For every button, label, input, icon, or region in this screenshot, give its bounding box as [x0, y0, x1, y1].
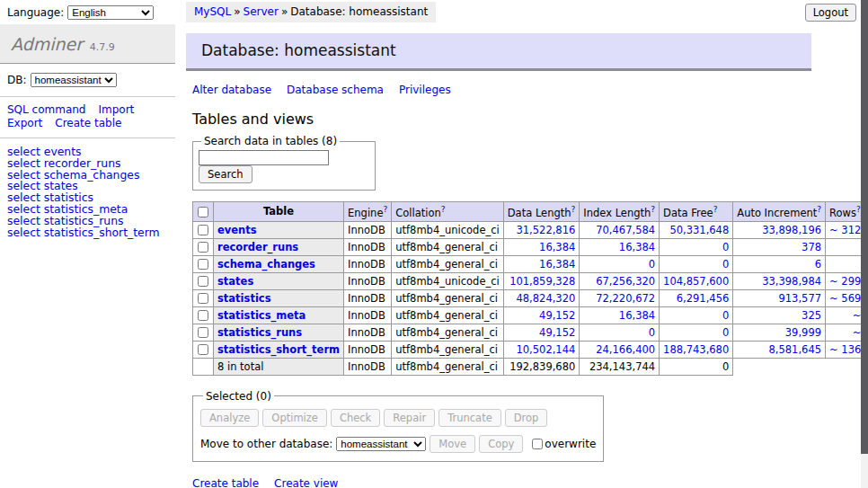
row-engine: InnoDB — [344, 272, 392, 289]
row-checkbox[interactable] — [198, 293, 208, 304]
table-name-link[interactable]: statistics_meta — [217, 309, 306, 322]
row-data-free: 50,331,648 — [660, 221, 733, 238]
row-data-length-link[interactable]: 10,502,144 — [516, 343, 575, 356]
sidebar-select-link[interactable]: select statistics_short_term — [7, 226, 160, 239]
breadcrumb-separator: » — [281, 5, 288, 18]
row-data-free-link[interactable]: 0 — [722, 258, 729, 271]
row-auto-increment-link[interactable]: 325 — [802, 309, 821, 322]
row-data-length-link[interactable]: 48,824,320 — [516, 292, 575, 305]
select-all-checkbox[interactable] — [198, 207, 208, 217]
row-data-length-link[interactable]: 16,384 — [539, 241, 575, 253]
create-table-link[interactable]: Create table — [192, 477, 259, 488]
row-data-free: 0 — [660, 306, 733, 324]
check-button[interactable]: Check — [331, 409, 380, 427]
row-index-length-link[interactable]: 70,467,584 — [596, 224, 655, 236]
row-index-length-link[interactable]: 24,166,400 — [596, 343, 655, 356]
row-engine: InnoDB — [344, 341, 392, 358]
help-link[interactable]: ? — [383, 205, 387, 214]
help-link[interactable]: ? — [441, 205, 446, 214]
sql-command-link[interactable]: SQL command — [7, 103, 85, 116]
overwrite-checkbox[interactable] — [532, 439, 543, 449]
row-data-free-link[interactable]: 50,331,648 — [669, 224, 729, 236]
truncate-button[interactable]: Truncate — [438, 409, 501, 427]
drop-button[interactable]: Drop — [505, 409, 548, 427]
row-checkbox[interactable] — [198, 344, 208, 355]
row-data-free-link[interactable]: 188,743,680 — [663, 343, 729, 356]
search-input[interactable] — [199, 150, 329, 165]
app-header: Adminer 4.7.9 — [0, 24, 175, 64]
db-select[interactable]: homeassistant — [31, 73, 117, 87]
search-button[interactable]: Search — [199, 165, 252, 183]
create-view-link[interactable]: Create view — [274, 477, 338, 488]
row-data-free-link[interactable]: 0 — [722, 326, 729, 339]
help-link[interactable]: ? — [817, 205, 821, 214]
row-data-length-link[interactable]: 31,522,816 — [516, 224, 575, 236]
row-index-length-link[interactable]: 0 — [649, 258, 655, 271]
row-auto-increment-link[interactable]: 378 — [802, 241, 821, 253]
table-name-link[interactable]: statistics — [217, 292, 271, 305]
table-name-link[interactable]: states — [217, 275, 253, 288]
help-link[interactable]: ? — [651, 205, 655, 214]
privileges-link[interactable]: Privileges — [399, 84, 451, 96]
row-auto-increment-link[interactable]: 913,577 — [778, 292, 821, 305]
breadcrumb-link-mysql[interactable]: MySQL — [194, 5, 231, 18]
language-select[interactable]: English — [67, 5, 154, 20]
row-index-length-link[interactable]: 16,384 — [619, 241, 655, 253]
table-name-cell: statistics_short_term — [214, 341, 344, 358]
help-link[interactable]: ? — [571, 205, 576, 214]
export-link[interactable]: Export — [7, 117, 42, 129]
table-name-link[interactable]: schema_changes — [217, 258, 315, 271]
total-engine: InnoDB — [344, 358, 392, 375]
overwrite-label: overwrite — [545, 438, 596, 450]
row-data-length-link[interactable]: 49,152 — [539, 309, 575, 322]
logout-button[interactable]: Logout — [805, 4, 856, 22]
import-link[interactable]: Import — [98, 103, 134, 116]
row-auto-increment-link[interactable]: 8,581,645 — [769, 343, 822, 356]
row-data-length-link[interactable]: 16,384 — [539, 258, 575, 271]
row-engine: InnoDB — [344, 238, 392, 255]
row-collation: utf8mb4_general_ci — [392, 324, 504, 341]
selected-legend: Selected (0) — [203, 390, 274, 403]
row-checkbox[interactable] — [198, 242, 208, 253]
scrollbar-thumb[interactable] — [861, 0, 868, 454]
create-table-link-sidebar[interactable]: Create table — [55, 117, 121, 129]
repair-button[interactable]: Repair — [384, 409, 435, 427]
help-link[interactable]: ? — [713, 205, 718, 214]
row-data-length-link[interactable]: 101,859,328 — [509, 275, 575, 288]
row-checkbox[interactable] — [198, 276, 208, 287]
row-index-length-link[interactable]: 16,384 — [619, 309, 655, 322]
row-index-length-link[interactable]: 72,220,672 — [596, 292, 655, 305]
row-data-length-link[interactable]: 49,152 — [539, 326, 575, 339]
row-checkbox[interactable] — [198, 327, 208, 338]
move-db-select[interactable]: homeassistant — [336, 437, 426, 451]
row-checkbox[interactable] — [198, 225, 208, 235]
row-index-length-link[interactable]: 67,256,320 — [596, 275, 655, 288]
sidebar: Language:English Adminer 4.7.9 DB:homeas… — [0, 0, 175, 238]
table-name-link[interactable]: statistics_runs — [217, 326, 302, 339]
optimize-button[interactable]: Optimize — [262, 409, 327, 427]
database-schema-link[interactable]: Database schema — [287, 84, 384, 96]
row-data-free-link[interactable]: 6,291,456 — [677, 292, 730, 305]
app-name[interactable]: Adminer — [11, 34, 83, 54]
move-button[interactable]: Move — [430, 435, 475, 453]
row-auto-increment-link[interactable]: 6 — [815, 258, 821, 271]
row-checkbox[interactable] — [198, 259, 208, 270]
row-data-free-link[interactable]: 0 — [722, 309, 729, 322]
vertical-scrollbar[interactable] — [861, 0, 868, 488]
row-auto-increment-link[interactable]: 33,898,196 — [762, 224, 821, 236]
total-data-free: 0 — [660, 358, 733, 375]
table-name-link[interactable]: recorder_runs — [217, 241, 298, 253]
breadcrumb-link-server[interactable]: Server — [244, 5, 279, 18]
table-name-link[interactable]: statistics_short_term — [217, 343, 340, 356]
row-data-free-link[interactable]: 0 — [722, 241, 729, 253]
analyze-button[interactable]: Analyze — [200, 409, 259, 427]
table-name-link[interactable]: events — [217, 224, 257, 236]
row-auto-increment-link[interactable]: 33,398,984 — [762, 275, 821, 288]
alter-database-link[interactable]: Alter database — [192, 84, 271, 96]
row-auto-increment-link[interactable]: 39,999 — [785, 326, 821, 339]
row-checkbox[interactable] — [198, 310, 208, 321]
row-data-free-link[interactable]: 104,857,600 — [663, 275, 729, 288]
row-index-length-link[interactable]: 0 — [649, 326, 655, 339]
database-links: Alter databaseDatabase schemaPrivileges — [192, 84, 811, 96]
copy-button[interactable]: Copy — [479, 435, 523, 453]
